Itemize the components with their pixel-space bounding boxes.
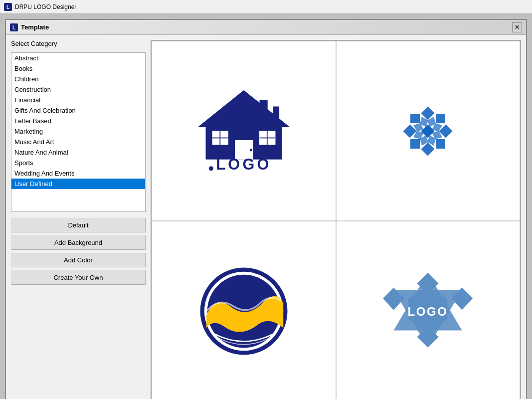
category-item-marketing[interactable]: Marketing bbox=[11, 126, 145, 137]
logo-grid: LOGO bbox=[151, 40, 521, 399]
left-panel: Select Category AbstractBooksChildrenCon… bbox=[11, 40, 146, 399]
svg-rect-5 bbox=[259, 100, 267, 116]
svg-text:L: L bbox=[6, 4, 9, 10]
category-item-books[interactable]: Books bbox=[11, 63, 145, 74]
svg-rect-6 bbox=[273, 106, 279, 119]
title-bar: L DRPU LOGO Designer bbox=[0, 0, 532, 14]
svg-point-17 bbox=[209, 166, 213, 171]
category-item-children[interactable]: Children bbox=[11, 74, 145, 84]
logo-cell-house[interactable]: LOGO bbox=[152, 41, 336, 221]
create-your-own-button[interactable]: Create Your Own bbox=[11, 270, 146, 285]
app-icon: L bbox=[4, 3, 12, 11]
logo-cell-circle-wave[interactable] bbox=[152, 221, 336, 399]
svg-text:L: L bbox=[12, 25, 15, 30]
logo-cell-snowflake[interactable] bbox=[336, 41, 521, 221]
content-area: Select Category AbstractBooksChildrenCon… bbox=[6, 35, 526, 399]
category-item-sports[interactable]: Sports bbox=[11, 158, 145, 168]
category-item-financial[interactable]: Financial bbox=[11, 95, 145, 105]
svg-text:LOGO: LOGO bbox=[216, 155, 272, 172]
close-button[interactable]: ✕ bbox=[512, 22, 522, 32]
default-button[interactable]: Default bbox=[11, 218, 146, 232]
category-item-gifts-and-celebration[interactable]: Gifts And Celebration bbox=[11, 105, 145, 116]
svg-marker-34 bbox=[421, 124, 435, 138]
svg-point-9 bbox=[249, 149, 252, 151]
dialog-title: Template bbox=[21, 23, 49, 31]
category-item-abstract[interactable]: Abstract bbox=[11, 53, 145, 63]
app-title: DRPU LOGO Designer bbox=[15, 3, 76, 10]
category-item-letter-based[interactable]: Letter Based bbox=[11, 116, 145, 126]
add-background-button[interactable]: Add Background bbox=[11, 235, 146, 250]
logo-cell-star-hex[interactable]: LOGO bbox=[336, 221, 521, 399]
add-color-button[interactable]: Add Color bbox=[11, 253, 146, 267]
dialog-icon: L bbox=[10, 23, 18, 31]
category-item-music-and-art[interactable]: Music And Art bbox=[11, 137, 145, 147]
category-item-user-defined[interactable]: User Defined bbox=[11, 179, 145, 189]
svg-text:LOGO: LOGO bbox=[408, 304, 448, 318]
category-item-wedding-and-events[interactable]: Wedding And Events bbox=[11, 168, 145, 179]
dialog-title-left: L Template bbox=[10, 23, 49, 31]
main-window: L Template ✕ Select Category AbstractBoo… bbox=[5, 19, 527, 399]
category-list[interactable]: AbstractBooksChildrenConstructionFinanci… bbox=[11, 52, 146, 212]
dialog-title-bar: L Template ✕ bbox=[6, 20, 526, 35]
category-item-nature-and-animal[interactable]: Nature And Animal bbox=[11, 147, 145, 158]
button-group: Default Add Background Add Color Create … bbox=[11, 218, 146, 285]
category-item-construction[interactable]: Construction bbox=[11, 84, 145, 95]
category-label: Select Category bbox=[11, 40, 146, 47]
